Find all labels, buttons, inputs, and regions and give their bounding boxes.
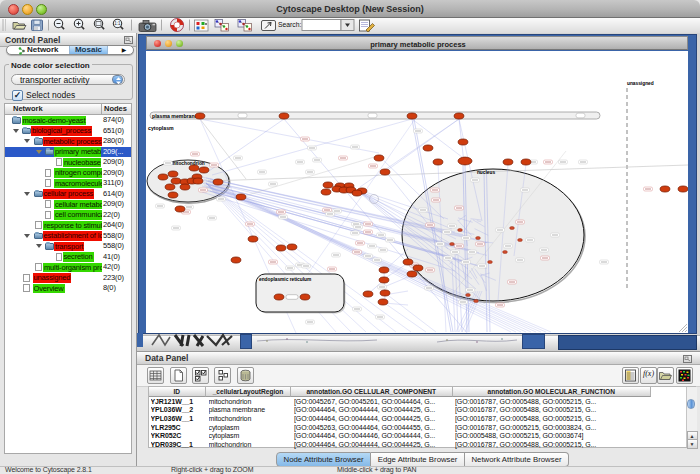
svg-text:1:1: 1:1: [114, 21, 121, 26]
svg-text:plasma membrane: plasma membrane: [152, 113, 198, 119]
svg-text:unassigned: unassigned: [627, 81, 654, 86]
svg-text:cytoplasm: cytoplasm: [148, 125, 174, 131]
svg-text:Search:: Search:: [278, 21, 302, 28]
svg-text:endoplasmic reticulum: endoplasmic reticulum: [259, 277, 311, 282]
svg-text:nucleus: nucleus: [477, 170, 495, 175]
svg-text:mitochondrion: mitochondrion: [171, 161, 205, 166]
